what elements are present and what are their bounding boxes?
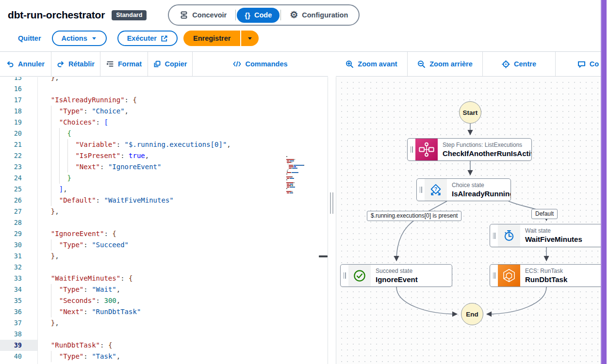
line-number: 19 [0,117,38,128]
drag-handle-icon[interactable] [490,224,498,247]
wait-icon [502,229,516,242]
state-node-wait-five-minutes[interactable]: Wait state WaitFiveMinutes [490,224,602,247]
code-line[interactable]: 20 { [0,128,328,139]
line-number: 30 [0,239,38,251]
line-number: 22 [0,150,38,161]
code-text: "Seconds": 300, [38,295,328,306]
center-button[interactable]: Centre [483,52,556,76]
code-line[interactable]: 24 } [0,173,328,184]
drag-handle-icon[interactable] [417,179,425,201]
node-service-label: Step Functions: ListExecutions [443,141,526,149]
code-line[interactable]: 37 }, [0,317,328,329]
code-text: "IgnoreEvent": { [38,228,328,239]
redo-icon [57,60,65,68]
state-node-run-dbt-task[interactable]: ECS: RunTask RunDbtTask [490,264,602,287]
code-lines: 15 },1617 "IsAlreadyRunning": {18 "Type"… [0,77,328,362]
code-line[interactable]: 34 "Type": "Wait", [0,284,328,295]
tab-concevoir[interactable]: Concevoir [172,7,234,23]
comment-button[interactable]: Co [556,52,602,76]
commands-button[interactable]: Commandes [193,52,328,76]
chevron-down-icon [91,35,97,41]
minimap[interactable] [285,156,313,194]
undo-button[interactable]: Annuler [0,52,51,76]
line-number: 24 [0,173,38,184]
code-text: } [38,173,328,184]
graph-canvas[interactable]: Start Step Functions: ListExecutions Che… [336,77,602,364]
panel-splitter[interactable] [328,77,336,364]
code-text: "Next": "IgnoreEvent" [38,161,328,173]
scrollbar-thumb[interactable] [319,255,328,257]
code-line[interactable]: 36 "Next": "RunDbtTask" [0,306,328,317]
code-editor[interactable]: 15 },1617 "IsAlreadyRunning": {18 "Type"… [0,77,328,364]
commands-icon [233,61,241,67]
drag-handle-icon[interactable] [341,265,348,286]
tab-code[interactable]: {} Code [237,8,280,23]
save-menu-button[interactable] [240,31,259,46]
line-number: 36 [0,306,38,317]
tab-configuration[interactable]: ⚙ Configuration [282,8,356,22]
code-line[interactable]: 18 "Type": "Choice", [0,106,328,117]
quit-link[interactable]: Quitter [18,34,41,42]
design-icon [180,11,188,19]
code-line[interactable]: 39 "RunDbtTask": { [0,340,328,351]
tab-label: Code [254,11,272,19]
code-text: }, [38,206,328,217]
center-icon [502,60,510,68]
code-line[interactable]: 21 "Variable": "$.running.executions[0]"… [0,139,328,150]
purple-overlay-bar [601,0,607,364]
code-line[interactable]: 17 "IsAlreadyRunning": { [0,95,328,106]
code-text: "Type": "Wait", [38,284,328,295]
node-name: RunDbtTask [525,275,567,285]
code-line[interactable]: 31 }, [0,251,328,262]
code-line[interactable]: 33 "WaitFiveMinutes": { [0,273,328,284]
code-line[interactable]: 30 "Type": "Succeed" [0,239,328,251]
format-button[interactable]: Format [100,52,148,76]
external-link-icon [161,35,168,42]
line-number: 34 [0,284,38,295]
code-line[interactable]: 16 [0,83,328,95]
code-line[interactable]: 38 [0,329,328,340]
ecs-icon [498,265,520,286]
code-text: "Choices": [ [38,117,328,128]
code-line[interactable]: 29 "IgnoreEvent": { [0,228,328,239]
copy-button[interactable]: Copier [148,52,193,76]
drag-handle-icon[interactable] [408,139,415,160]
line-number: 35 [0,295,38,306]
gear-icon: ⚙ [290,11,298,19]
node-name: IgnoreEvent [376,275,418,285]
code-line[interactable]: 35 "Seconds": 300, [0,295,328,306]
redo-button[interactable]: Rétablir [51,52,100,76]
node-name: IsAlreadyRunning [452,189,505,199]
code-line[interactable]: 23 "Next": "IgnoreEvent" [0,161,328,173]
code-line[interactable]: 19 "Choices": [ [0,117,328,128]
state-node-check-if-another-run-is-active[interactable]: Step Functions: ListExecutions CheckIfAn… [407,138,532,161]
code-line[interactable]: 22 "IsPresent": true, [0,150,328,161]
line-number: 18 [0,106,38,117]
code-text: "Variable": "$.running.executions[0]", [38,139,328,150]
state-node-is-already-running[interactable]: ? Choice state IsAlreadyRunning [416,178,511,201]
zoom-in-button[interactable]: Zoom avant [336,52,408,76]
code-line[interactable]: 15 }, [0,77,328,83]
drag-handle-icon[interactable] [490,265,498,286]
node-service-label: Succeed state [376,267,418,275]
line-number: 29 [0,228,38,239]
state-node-ignore-event[interactable]: Succeed state IgnoreEvent [340,264,452,287]
code-line[interactable]: 28 [0,217,328,228]
actions-button[interactable]: Actions [52,31,107,46]
code-line[interactable]: 32 [0,262,328,273]
gutter-divider [37,77,38,364]
code-line[interactable]: 27 }, [0,206,328,217]
code-line[interactable]: 26 "Default": "WaitFiveMinutes" [0,195,328,206]
node-name: WaitFiveMinutes [525,235,582,244]
execute-button[interactable]: Exécuter [117,31,178,46]
type-badge: Standard [112,10,147,20]
code-line[interactable]: 40 "Type": "Task", [0,351,328,362]
zoom-out-button[interactable]: Zoom arrière [408,52,483,76]
code-line[interactable]: 25 ], [0,184,328,195]
line-number: 25 [0,184,38,195]
node-service-label: Choice state [452,181,505,189]
code-text: "Default": "WaitFiveMinutes" [38,195,328,206]
end-node: End [461,303,483,325]
save-button[interactable]: Enregistrer [183,31,240,46]
code-text: "Type": "Choice", [38,106,328,117]
